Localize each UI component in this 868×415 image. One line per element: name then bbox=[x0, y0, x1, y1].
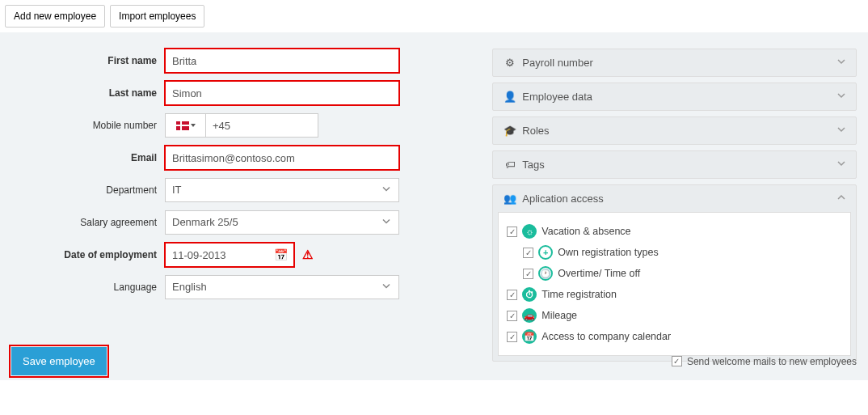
calendar-access-checkbox[interactable] bbox=[507, 332, 517, 342]
own-types-checkbox[interactable] bbox=[523, 248, 533, 258]
date-of-employment-label: Date of employment bbox=[11, 249, 165, 260]
panel-title: Payroll number bbox=[522, 57, 836, 69]
save-employee-button[interactable]: Save employee bbox=[11, 347, 107, 375]
department-select[interactable]: IT bbox=[165, 178, 399, 202]
salary-agreement-label: Salary agreement bbox=[11, 217, 165, 228]
mobile-number-label: Mobile number bbox=[11, 120, 165, 131]
salary-agreement-select[interactable]: Denmark 25/5 bbox=[165, 210, 399, 235]
chevron-down-icon bbox=[836, 91, 846, 103]
chevron-down-icon bbox=[836, 125, 846, 137]
chevron-up-icon bbox=[836, 193, 846, 205]
send-welcome-mails-checkbox[interactable] bbox=[672, 356, 682, 366]
users-icon: 👥 bbox=[503, 193, 517, 205]
panel-employee-data[interactable]: 👤 Employee data bbox=[493, 83, 856, 110]
language-select[interactable]: English bbox=[165, 275, 399, 299]
panel-payroll-number[interactable]: ⚙ Payroll number bbox=[493, 49, 856, 76]
mileage-checkbox[interactable] bbox=[507, 311, 517, 321]
vacation-checkbox[interactable] bbox=[507, 227, 517, 237]
chevron-down-icon bbox=[836, 57, 846, 69]
main-form-area: First name Last name Mobile number Email… bbox=[0, 32, 868, 380]
tree-label: Time registration bbox=[541, 289, 617, 300]
panel-roles[interactable]: 🎓 Roles bbox=[493, 117, 856, 144]
time-registration-checkbox[interactable] bbox=[507, 290, 517, 300]
last-name-label: Last name bbox=[11, 87, 165, 99]
first-name-field[interactable] bbox=[165, 49, 399, 73]
email-field[interactable] bbox=[165, 146, 399, 170]
panel-application-access[interactable]: 👥 Aplication access bbox=[493, 185, 856, 212]
department-label: Department bbox=[11, 184, 165, 196]
mobile-number-field[interactable] bbox=[205, 113, 318, 138]
overtime-checkbox[interactable] bbox=[523, 269, 533, 279]
panel-title: Aplication access bbox=[522, 193, 836, 205]
calendar-icon[interactable]: 📅 bbox=[274, 248, 288, 261]
tree-label: Access to company calendar bbox=[541, 331, 671, 342]
tags-icon: 🏷 bbox=[503, 159, 517, 171]
caret-down-icon bbox=[191, 124, 196, 127]
add-new-employee-button[interactable]: Add new employee bbox=[5, 5, 105, 28]
gear-icon: ⚙ bbox=[503, 57, 517, 69]
email-label: Email bbox=[11, 152, 165, 163]
denmark-flag-icon bbox=[176, 121, 189, 130]
language-label: Language bbox=[11, 282, 165, 293]
clock-icon: 🕐 bbox=[538, 266, 553, 281]
time-registration-icon: ⏱ bbox=[522, 287, 537, 302]
plus-icon: + bbox=[538, 245, 553, 260]
send-welcome-mails-label: Send welcome mails to new employees bbox=[687, 356, 857, 367]
last-name-field[interactable] bbox=[165, 81, 399, 105]
panel-title: Employee data bbox=[522, 91, 836, 103]
panel-title: Roles bbox=[522, 125, 836, 137]
person-icon: 👤 bbox=[503, 91, 517, 103]
application-access-body: ☼ Vacation & absence + Own registration … bbox=[498, 212, 851, 356]
mileage-icon: 🚗 bbox=[522, 308, 537, 323]
import-employees-button[interactable]: Import employees bbox=[110, 5, 204, 28]
country-flag-selector[interactable] bbox=[165, 113, 205, 138]
tree-label: Own registration types bbox=[558, 247, 658, 258]
panel-tags[interactable]: 🏷 Tags bbox=[493, 151, 856, 178]
graduation-cap-icon: 🎓 bbox=[503, 125, 517, 137]
tree-label: Vacation & absence bbox=[541, 226, 630, 237]
tree-label: Mileage bbox=[541, 310, 577, 321]
chevron-down-icon bbox=[836, 159, 846, 171]
tree-label: Overtime/ Time off bbox=[558, 268, 640, 279]
calendar-access-icon: 📅 bbox=[522, 329, 537, 344]
panel-title: Tags bbox=[522, 159, 836, 171]
error-icon: ⚠ bbox=[302, 248, 313, 262]
vacation-icon: ☼ bbox=[522, 224, 537, 239]
first-name-label: First name bbox=[11, 55, 165, 66]
